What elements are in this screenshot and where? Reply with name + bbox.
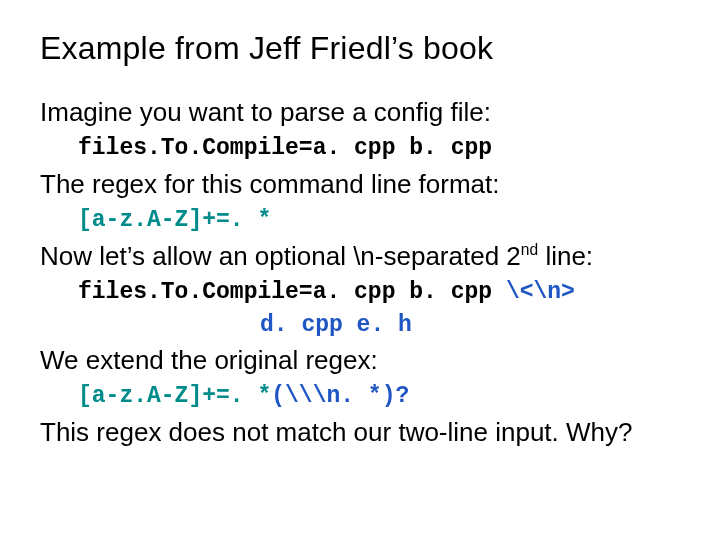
paragraph-question: This regex does not match our two-line i… (40, 415, 680, 450)
code-regex-extension: (\\\n. *)? (271, 383, 409, 409)
code-regex-1: [a-z.A-Z]+=. * (78, 206, 680, 235)
paragraph: Imagine you want to parse a config file: (40, 95, 680, 130)
paragraph: We extend the original regex: (40, 343, 680, 378)
text: line: (538, 241, 593, 271)
code-text: files.To.Compile=a. cpp b. cpp (78, 279, 506, 305)
text: Now let’s allow an optional \n-separated… (40, 241, 521, 271)
code-config-multiline-1: files.To.Compile=a. cpp b. cpp \<\n> (78, 278, 680, 307)
paragraph: Now let’s allow an optional \n-separated… (40, 239, 680, 274)
ordinal-suffix: nd (521, 241, 538, 258)
slide: Example from Jeff Friedl’s book Imagine … (0, 0, 720, 472)
code-config-line: files.To.Compile=a. cpp b. cpp (78, 134, 680, 163)
paragraph: The regex for this command line format: (40, 167, 680, 202)
code-config-multiline-2: d. cpp e. h (260, 311, 680, 340)
slide-title: Example from Jeff Friedl’s book (40, 30, 680, 67)
code-regex-2: [a-z.A-Z]+=. *(\\\n. *)? (78, 382, 680, 411)
code-regex-original: [a-z.A-Z]+=. * (78, 383, 271, 409)
code-newline-marker: \<\n> (506, 279, 575, 305)
